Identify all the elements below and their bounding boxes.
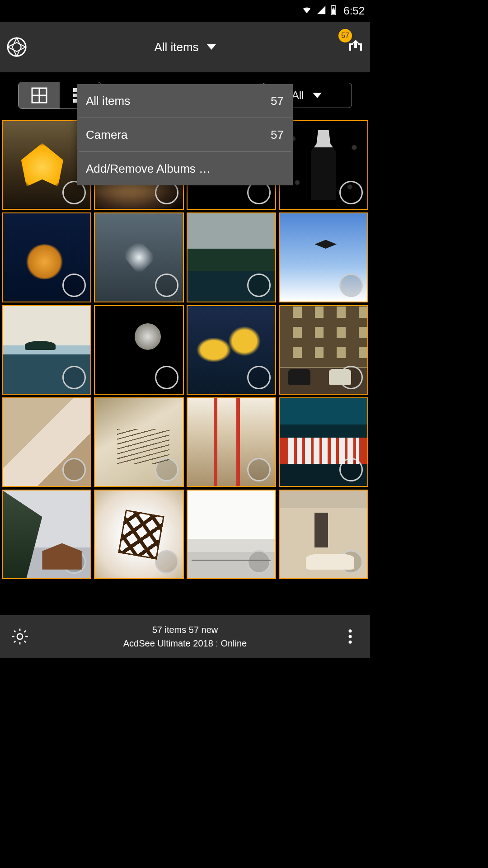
upload-button[interactable]: 57	[347, 37, 365, 57]
select-circle-icon[interactable]	[62, 274, 86, 297]
chevron-down-icon	[207, 44, 216, 50]
photo-thumbnail[interactable]	[94, 305, 183, 395]
dropdown-item-label: All items	[86, 94, 130, 108]
select-circle-icon[interactable]	[155, 550, 178, 574]
photo-thumbnail[interactable]	[94, 490, 183, 579]
svg-point-3	[8, 38, 26, 56]
signal-icon	[316, 5, 326, 17]
status-time: 6:52	[343, 5, 365, 17]
select-circle-icon[interactable]	[339, 550, 363, 574]
photo-thumbnail[interactable]	[279, 212, 368, 302]
photo-thumbnail[interactable]	[279, 490, 368, 579]
select-circle-icon[interactable]	[247, 274, 271, 297]
select-circle-icon[interactable]	[339, 458, 363, 481]
select-circle-icon[interactable]	[155, 274, 178, 297]
battery-icon	[330, 5, 337, 17]
svg-point-19	[349, 641, 352, 644]
album-dropdown-menu: All items 57 Camera 57 Add/Remove Albums…	[77, 84, 293, 185]
select-circle-icon[interactable]	[339, 366, 363, 389]
dropdown-item-label: Add/Remove Albums …	[86, 162, 211, 176]
select-circle-icon[interactable]	[62, 458, 86, 481]
photo-thumbnail[interactable]	[2, 490, 91, 579]
photo-thumbnail[interactable]	[187, 397, 276, 487]
status-text: 57 items 57 new AcdSee Ultimate 2018 : O…	[34, 623, 336, 650]
photo-thumbnail[interactable]	[187, 212, 276, 302]
select-circle-icon[interactable]	[62, 550, 86, 574]
photo-thumbnail[interactable]	[2, 212, 91, 302]
photo-thumbnail[interactable]	[94, 212, 183, 302]
select-circle-icon[interactable]	[339, 274, 363, 297]
app-header: All items 57	[0, 22, 370, 72]
app-logo-icon	[5, 36, 28, 58]
grid-large-icon	[30, 86, 48, 104]
photo-thumbnail[interactable]	[279, 305, 368, 395]
dropdown-item-all-items[interactable]: All items 57	[77, 84, 293, 118]
svg-rect-10	[73, 94, 77, 97]
svg-rect-7	[73, 88, 77, 92]
select-circle-icon[interactable]	[247, 366, 271, 389]
photo-grid	[0, 118, 370, 615]
svg-rect-13	[73, 99, 77, 103]
photo-thumbnail[interactable]	[187, 490, 276, 579]
wifi-icon	[301, 5, 313, 17]
dropdown-item-count: 57	[271, 94, 284, 108]
select-circle-icon[interactable]	[155, 458, 178, 481]
dropdown-item-add-remove[interactable]: Add/Remove Albums …	[77, 152, 293, 185]
photo-thumbnail[interactable]	[2, 305, 91, 395]
settings-button[interactable]	[5, 622, 34, 651]
status-bar: 6:52	[0, 0, 370, 22]
svg-point-18	[349, 635, 352, 638]
photo-thumbnail[interactable]	[279, 397, 368, 487]
select-circle-icon[interactable]	[62, 366, 86, 389]
svg-point-17	[349, 629, 352, 632]
dropdown-item-camera[interactable]: Camera 57	[77, 118, 293, 151]
upload-badge: 57	[338, 29, 352, 42]
more-button[interactable]	[336, 622, 365, 651]
album-dropdown-label: All items	[154, 40, 198, 54]
select-circle-icon[interactable]	[247, 458, 271, 481]
dropdown-item-count: 57	[271, 128, 284, 142]
filter-label: All	[292, 89, 304, 102]
dropdown-item-label: Camera	[86, 128, 127, 142]
photo-thumbnail[interactable]	[187, 305, 276, 395]
gear-icon	[10, 627, 29, 646]
chevron-down-icon	[313, 93, 322, 98]
photo-thumbnail[interactable]	[2, 397, 91, 487]
status-line-2: AcdSee Ultimate 2018 : Online	[34, 637, 336, 650]
select-circle-icon[interactable]	[339, 181, 363, 204]
status-line-1: 57 items 57 new	[34, 623, 336, 637]
album-dropdown-trigger[interactable]: All items	[154, 40, 216, 54]
bottom-bar: 57 items 57 new AcdSee Ultimate 2018 : O…	[0, 615, 370, 658]
more-vert-icon	[341, 627, 360, 646]
select-circle-icon[interactable]	[155, 366, 178, 389]
view-mode-grid-large[interactable]	[19, 82, 60, 108]
select-circle-icon[interactable]	[247, 550, 271, 574]
photo-thumbnail[interactable]	[94, 397, 183, 487]
svg-point-16	[17, 634, 23, 639]
